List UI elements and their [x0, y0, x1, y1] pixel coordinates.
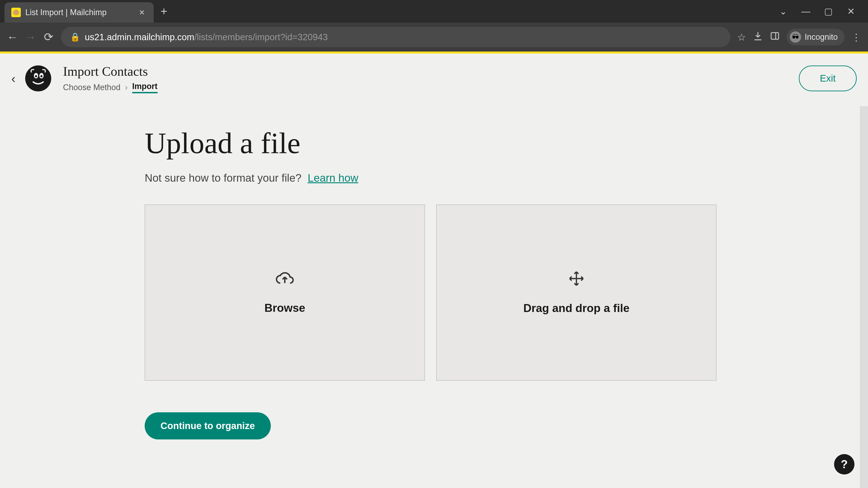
favicon-mailchimp-icon: 🐵 [11, 8, 21, 17]
browse-label: Browse [265, 301, 305, 315]
svg-point-2 [25, 65, 51, 91]
url-path: /lists/members/import?id=320943 [194, 32, 328, 42]
dragdrop-label: Drag and drop a file [523, 302, 629, 315]
upload-cloud-icon [276, 271, 294, 290]
content-heading: Upload a file [145, 126, 717, 160]
app-header: ‹ Import Contacts Choose Method › Import… [0, 54, 868, 103]
window-controls: ⌄ — ▢ ✕ [778, 6, 868, 17]
breadcrumb-step-1[interactable]: Choose Method [63, 83, 121, 92]
browse-upload-box[interactable]: Browse [145, 204, 425, 381]
breadcrumb-step-2: Import [132, 82, 158, 93]
subtitle-text: Not sure how to format your file? [145, 172, 302, 184]
address-bar[interactable]: 🔒 us21.admin.mailchimp.com/lists/members… [61, 27, 730, 47]
app-back-button[interactable]: ‹ [7, 71, 20, 86]
url-domain: us21.admin.mailchimp.com [85, 32, 194, 42]
browser-chrome: 🐵 List Import | Mailchimp × + ⌄ — ▢ ✕ ← … [0, 0, 868, 54]
upload-boxes: Browse Drag and drop a file [145, 204, 717, 381]
kebab-menu-icon[interactable]: ⋮ [851, 31, 861, 43]
dragdrop-upload-box[interactable]: Drag and drop a file [436, 204, 717, 381]
reload-button-icon[interactable]: ⟳ [43, 31, 54, 43]
side-panel-icon[interactable] [770, 31, 780, 43]
downloads-icon[interactable] [753, 31, 763, 43]
mailchimp-logo-icon[interactable] [25, 65, 52, 92]
tab-title: List Import | Mailchimp [25, 8, 132, 17]
minimize-window-icon[interactable]: — [800, 6, 811, 17]
forward-button-icon[interactable]: → [25, 31, 36, 43]
incognito-label: Incognito [805, 32, 838, 42]
svg-point-5 [35, 75, 37, 77]
breadcrumb: Choose Method › Import [63, 82, 158, 93]
continue-button[interactable]: Continue to organize [145, 412, 271, 440]
bookmark-star-icon[interactable]: ☆ [737, 31, 746, 43]
tabs-dropdown-icon[interactable]: ⌄ [778, 6, 789, 17]
move-arrows-icon [568, 270, 585, 290]
page-title: Import Contacts [63, 64, 158, 79]
new-tab-button[interactable]: + [160, 4, 167, 18]
maximize-window-icon[interactable]: ▢ [823, 6, 834, 17]
url-text: us21.admin.mailchimp.com/lists/members/i… [85, 32, 328, 42]
svg-point-6 [40, 75, 42, 77]
breadcrumb-separator-icon: › [125, 83, 128, 92]
subtitle-row: Not sure how to format your file? Learn … [145, 172, 717, 184]
incognito-icon: 🕶 [790, 31, 801, 43]
incognito-badge[interactable]: 🕶 Incognito [786, 29, 844, 45]
scrollbar[interactable] [860, 106, 868, 488]
help-button[interactable]: ? [834, 454, 855, 475]
toolbar-right: ☆ 🕶 Incognito ⋮ [737, 29, 861, 45]
exit-button[interactable]: Exit [799, 66, 857, 91]
back-button-icon[interactable]: ← [7, 31, 18, 43]
svg-rect-0 [771, 33, 778, 39]
lock-icon: 🔒 [70, 32, 80, 42]
header-text: Import Contacts Choose Method › Import [63, 64, 158, 93]
close-tab-icon[interactable]: × [137, 7, 147, 18]
address-bar-row: ← → ⟳ 🔒 us21.admin.mailchimp.com/lists/m… [0, 23, 868, 52]
browser-tab[interactable]: 🐵 List Import | Mailchimp × [4, 2, 154, 23]
tab-bar: 🐵 List Import | Mailchimp × + ⌄ — ▢ ✕ [0, 0, 868, 23]
main-content: Upload a file Not sure how to format you… [145, 103, 717, 440]
learn-how-link[interactable]: Learn how [308, 172, 358, 184]
yellow-accent-bar [0, 52, 868, 54]
close-window-icon[interactable]: ✕ [845, 6, 857, 17]
